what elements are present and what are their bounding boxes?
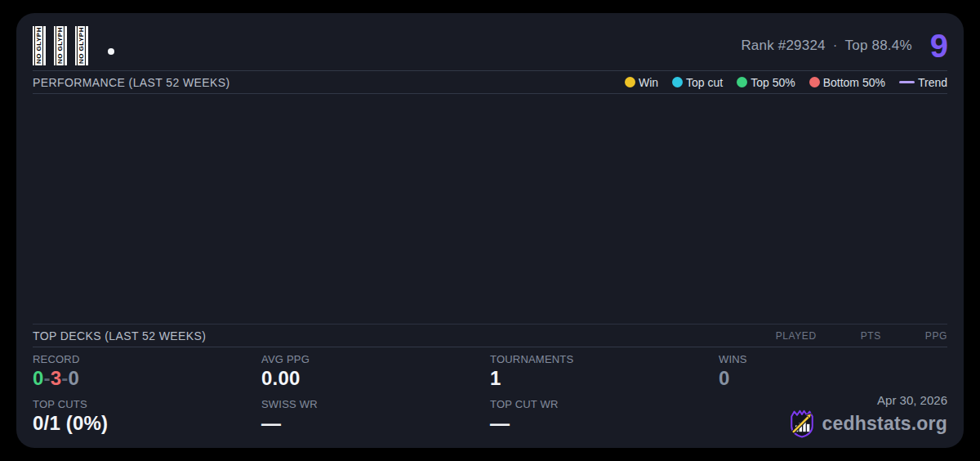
card-footer: Apr 30, 2026 cedhstats.org	[719, 393, 947, 448]
top-decks-heading: TOP DECKS (LAST 52 WEEKS)	[33, 329, 206, 342]
chart-legend: Win Top cut Top 50% Bottom 50% Trend	[625, 76, 947, 89]
stat-top-cut-wr: TOP CUT WR —	[490, 398, 719, 448]
performance-chart-area	[33, 94, 947, 324]
stat-label: SWISS WR	[261, 398, 490, 410]
column-ppg: PPG	[925, 330, 947, 342]
legend-item-top-cut: Top cut	[672, 76, 723, 89]
legend-label: Top 50%	[751, 76, 795, 89]
rank-text: Rank #29324	[741, 38, 825, 53]
trend-line-icon	[899, 81, 915, 83]
win-dot-icon	[625, 77, 635, 87]
missing-glyph-text: NO GLYPH	[77, 26, 86, 65]
legend-label: Trend	[918, 76, 947, 89]
stat-label: AVG PPG	[261, 353, 490, 365]
missing-glyph-box: NO GLYPH	[54, 26, 67, 65]
wins-value: 0	[719, 368, 947, 389]
performance-heading: PERFORMANCE (LAST 52 WEEKS)	[33, 76, 230, 89]
cedhstats-logo-icon	[788, 408, 816, 439]
stat-avg-ppg: AVG PPG 0.00	[261, 353, 490, 398]
legend-item-trend: Trend	[899, 76, 947, 89]
legend-label: Top cut	[686, 76, 723, 89]
record-losses: 3	[51, 367, 62, 389]
stat-wins: WINS 0	[719, 353, 947, 398]
legend-item-win: Win	[625, 76, 658, 89]
stat-label: TOURNAMENTS	[490, 353, 719, 365]
generated-date: Apr 30, 2026	[877, 393, 947, 407]
top-cuts-value: 0/1 (0%)	[33, 413, 261, 434]
stat-record: RECORD 0-3-0	[33, 353, 261, 398]
score-value: 9	[930, 29, 947, 62]
legend-label: Bottom 50%	[823, 76, 885, 89]
missing-glyph-text: NO GLYPH	[34, 26, 43, 65]
legend-item-top-50: Top 50%	[737, 76, 795, 89]
top-cut-wr-value: —	[490, 413, 719, 434]
bottom-50-dot-icon	[809, 77, 820, 87]
top-percent-text: Top 88.4%	[845, 38, 912, 53]
swiss-wr-value: —	[261, 413, 490, 434]
deck-title: NO GLYPH NO GLYPH NO GLYPH	[33, 26, 114, 65]
column-played: PLAYED	[776, 330, 817, 342]
record-draws: 0	[69, 367, 80, 389]
top-cut-dot-icon	[672, 77, 683, 87]
top-50-dot-icon	[737, 77, 747, 87]
rank-line: Rank #29324·Top 88.4%	[741, 38, 911, 54]
stats-card: NO GLYPH NO GLYPH NO GLYPH Rank #29324·T…	[16, 13, 964, 448]
top-decks-columns: PLAYED PTS PPG	[776, 330, 947, 342]
legend-label: Win	[639, 76, 658, 89]
rank-area: Rank #29324·Top 88.4% 9	[741, 29, 947, 62]
brand: cedhstats.org	[788, 408, 947, 439]
card-header: NO GLYPH NO GLYPH NO GLYPH Rank #29324·T…	[33, 13, 947, 71]
brand-text: cedhstats.org	[822, 413, 947, 435]
column-pts: PTS	[861, 330, 881, 342]
legend-item-bottom-50: Bottom 50%	[809, 76, 885, 89]
record-wins: 0	[33, 367, 44, 389]
stats-grid: RECORD 0-3-0 AVG PPG 0.00 TOURNAMENTS 1 …	[33, 347, 947, 448]
stat-label: WINS	[719, 353, 947, 365]
stat-label: RECORD	[33, 353, 261, 365]
missing-glyph-box: NO GLYPH	[75, 26, 88, 65]
missing-glyph-text: NO GLYPH	[56, 26, 65, 65]
stat-swiss-wr: SWISS WR —	[261, 398, 490, 448]
record-value: 0-3-0	[33, 368, 261, 389]
record-sep: -	[44, 367, 51, 389]
performance-header-row: PERFORMANCE (LAST 52 WEEKS) Win Top cut …	[33, 71, 947, 94]
stat-top-cuts: TOP CUTS 0/1 (0%)	[33, 398, 261, 448]
tournaments-value: 1	[490, 368, 719, 389]
top-decks-header-row: TOP DECKS (LAST 52 WEEKS) PLAYED PTS PPG	[33, 324, 947, 347]
record-sep: -	[61, 367, 68, 389]
stat-label: TOP CUTS	[33, 398, 261, 410]
deck-title-dot	[108, 48, 114, 55]
stat-tournaments: TOURNAMENTS 1	[490, 353, 719, 398]
stat-label: TOP CUT WR	[490, 398, 719, 410]
rank-separator: ·	[833, 38, 838, 53]
avg-ppg-value: 0.00	[261, 368, 490, 389]
missing-glyph-box: NO GLYPH	[33, 26, 46, 65]
